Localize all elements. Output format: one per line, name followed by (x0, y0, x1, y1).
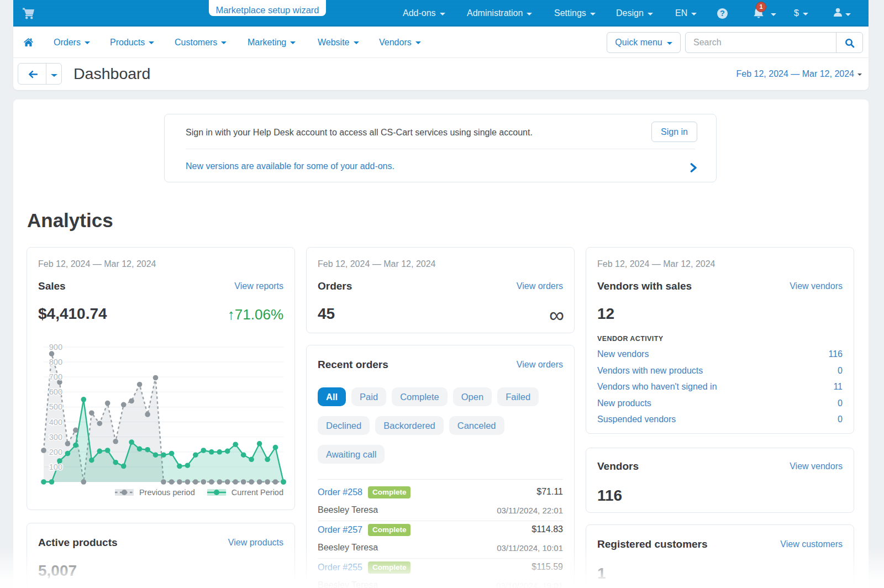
svg-text:600: 600 (49, 387, 62, 396)
svg-text:300: 300 (49, 433, 62, 442)
svg-text:100: 100 (49, 463, 62, 471)
svg-text:800: 800 (49, 358, 62, 366)
svg-text:400: 400 (49, 418, 62, 427)
svg-text:500: 500 (49, 402, 62, 411)
svg-text:900: 900 (49, 343, 62, 351)
svg-text:700: 700 (49, 372, 62, 381)
svg-text:200: 200 (49, 448, 62, 456)
